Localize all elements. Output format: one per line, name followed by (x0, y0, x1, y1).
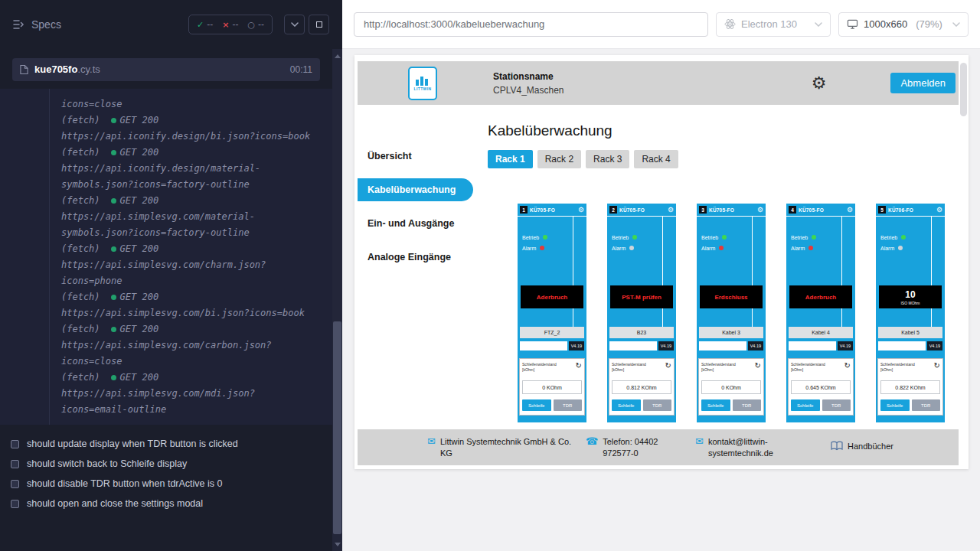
log-url: https://api.iconify.design/material-symb… (61, 161, 317, 193)
refresh-icon[interactable]: ↻ (665, 362, 671, 370)
card-number: 2 (609, 206, 617, 214)
test-item[interactable]: should disable TDR button when tdrActive… (0, 474, 332, 494)
stop-button[interactable] (309, 15, 329, 34)
name-input[interactable] (789, 341, 836, 350)
scrollbar-thumb[interactable] (333, 321, 341, 534)
app-scrollbar-thumb[interactable] (960, 63, 967, 116)
log-entry[interactable]: icons=close (61, 96, 317, 112)
rack-tab[interactable]: Rack 3 (586, 150, 629, 168)
collapse-button[interactable] (284, 15, 305, 34)
schleife-button[interactable]: Schleife (612, 399, 641, 411)
littwin-logo: LITTWIN (408, 67, 437, 100)
card-body: Betrieb Alarm (697, 217, 766, 327)
station-name: CPLV4_Maschen (493, 85, 564, 96)
footer-item: Handbücher (831, 441, 893, 454)
log-entry[interactable]: (fetch)GET 200 https://api.iconify.desig… (61, 145, 317, 193)
scroll-up-icon[interactable] (332, 51, 342, 61)
card-settings-icon[interactable]: ⚙ (578, 207, 584, 214)
status-ok-dot (111, 150, 116, 155)
name-input[interactable] (609, 341, 657, 350)
status-ok-dot (111, 327, 116, 332)
card-settings-icon[interactable]: ⚙ (757, 207, 763, 214)
app-scrollbar[interactable] (959, 55, 969, 469)
tdr-button[interactable]: TDR (912, 399, 941, 411)
tdr-button[interactable]: TDR (554, 399, 583, 411)
status-display: 10 ISO MOhm (879, 285, 942, 308)
viewport-select[interactable]: 1000x660 (79%) (838, 12, 969, 37)
schleife-button[interactable]: Schleife (791, 399, 820, 411)
specs-toggle[interactable]: Specs (12, 18, 61, 31)
spec-file-name: kue705fo.cy.ts (34, 64, 100, 75)
nav-item[interactable]: Analoge Eingänge (358, 246, 473, 269)
tdr-button[interactable]: TDR (643, 399, 672, 411)
specs-label: Specs (31, 18, 61, 31)
footer-label[interactable]: Littwin Systemtechnik GmbH & Co. KG (440, 436, 572, 459)
log-prefix: (fetch) (61, 292, 100, 302)
browser-select[interactable]: Electron 130 (716, 12, 831, 37)
test-item[interactable]: should open and close the settings modal (0, 494, 332, 514)
test-item[interactable]: should update display when TDR button is… (0, 434, 332, 454)
footer-item: ☎ Telefon: 04402 972577-0 (586, 436, 695, 459)
log-prefix: (fetch) (61, 195, 100, 206)
cable-name: Kabel 5 (878, 327, 942, 338)
address-bar[interactable] (354, 12, 708, 37)
firmware-version: V4.19 (927, 341, 942, 350)
status-ok-dot (111, 198, 116, 204)
footer-label[interactable]: kontakt@littwin-systemtechnik.de (708, 436, 794, 459)
nav-item[interactable]: Übersicht (358, 145, 473, 168)
spec-file-header[interactable]: kue705fo.cy.ts 00:11 (12, 58, 320, 81)
log-entry[interactable]: (fetch)GET 200 https://api.simplesvg.com… (61, 370, 317, 418)
status-text: PST-M prüfen (622, 294, 662, 301)
name-input[interactable] (520, 341, 567, 350)
scroll-down-icon[interactable] (332, 539, 342, 549)
status-ok-dot (111, 118, 116, 123)
betrieb-label: Betrieb (791, 235, 808, 240)
rack-tab[interactable]: Rack 4 (634, 150, 678, 168)
card-settings-icon[interactable]: ⚙ (936, 207, 942, 214)
name-input[interactable] (699, 341, 746, 350)
status-text: Aderbruch (537, 294, 567, 301)
name-input[interactable] (878, 341, 926, 350)
betrieb-label: Betrieb (522, 235, 539, 240)
rack-tab[interactable]: Rack 2 (537, 150, 581, 168)
log-status: GET 200 (111, 147, 159, 158)
tdr-button[interactable]: TDR (733, 399, 762, 411)
refresh-icon[interactable]: ↻ (576, 362, 582, 370)
footer-label[interactable]: Handbücher (848, 441, 893, 452)
version-row: V4.19 (789, 341, 853, 350)
log-entry[interactable]: (fetch)GET 200 https://api.simplesvg.com… (61, 289, 317, 321)
log-prefix: (fetch) (61, 115, 100, 126)
logout-button[interactable]: Abmelden (890, 73, 956, 93)
refresh-icon[interactable]: ↻ (755, 362, 761, 370)
log-entry[interactable]: (fetch)GET 200 https://api.iconify.desig… (61, 112, 317, 145)
resistance-value: 0 KOhm (701, 380, 761, 394)
tdr-button[interactable]: TDR (822, 399, 851, 411)
status-display: Aderbruch (789, 285, 852, 308)
test-item[interactable]: should switch back to Schleife display (0, 454, 332, 474)
rack-tab[interactable]: Rack 1 (488, 150, 533, 168)
viewport-zoom: (79%) (916, 18, 942, 30)
schleife-button[interactable]: Schleife (880, 399, 910, 411)
nav-item[interactable]: Ein- und Ausgänge (358, 212, 473, 235)
nav-item[interactable]: Kabelüberwachung (358, 178, 473, 201)
check-icon: ✓ (197, 21, 204, 29)
card-header: 5 KÜ706-FO ⚙ (876, 204, 945, 217)
measurement-label: Schleifenwiderstand [kOhm] (612, 362, 655, 372)
refresh-icon[interactable]: ↻ (934, 362, 940, 370)
log-entry[interactable]: (fetch)GET 200 https://api.simplesvg.com… (61, 193, 317, 241)
card-settings-icon[interactable]: ⚙ (668, 207, 674, 214)
schleife-button[interactable]: Schleife (701, 399, 730, 411)
settings-gear-icon[interactable]: ⚙ (812, 75, 827, 92)
log-entry[interactable]: (fetch)GET 200 https://api.simplesvg.com… (61, 321, 317, 370)
card-settings-icon[interactable]: ⚙ (847, 207, 853, 214)
runner-scrollbar[interactable] (332, 49, 342, 551)
station-label: Stationsname (493, 71, 564, 82)
log-entry[interactable]: (fetch)GET 200 https://api.simplesvg.com… (61, 241, 317, 289)
status-ok-dot (111, 295, 116, 300)
schleife-button[interactable]: Schleife (522, 399, 551, 411)
device-cards: 1 KÜ705-FO ⚙ Betrieb (488, 204, 959, 422)
betrieb-label: Betrieb (880, 235, 897, 240)
footer-label[interactable]: Telefon: 04402 972577-0 (603, 436, 673, 459)
card-number: 1 (520, 206, 528, 214)
refresh-icon[interactable]: ↻ (844, 362, 851, 370)
